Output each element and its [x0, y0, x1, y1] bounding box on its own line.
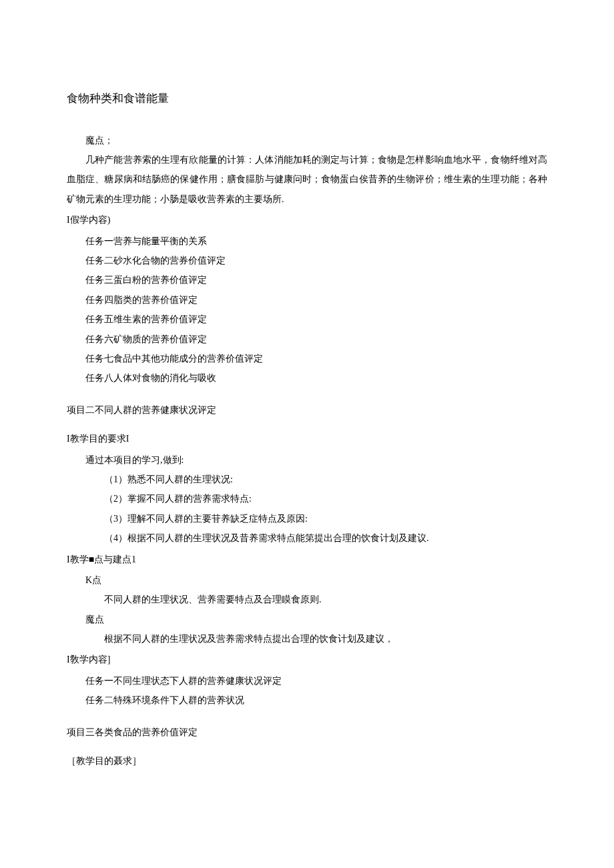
- project-2-title: 项目二不同人群的营养健康状况评定: [67, 400, 547, 420]
- task-item: 任务八人体对食物的消化与吸收: [67, 368, 547, 388]
- task-item: 任务二砂水化合物的营券价值评定: [67, 251, 547, 270]
- task-item: 任务七食品中其他功能成分的营养价值评定: [67, 349, 547, 368]
- d-point-body: 根据不同人群的生理状况及营养需求特点提出合理的饮食计划及建议，: [67, 629, 547, 648]
- k-point-body: 不同人群的生理状况、营养需要特点及合理瞙食原则.: [67, 590, 547, 609]
- goal-item: （2）掌握不同人群的营养需求特点:: [67, 489, 547, 508]
- goal-label-3: ［教学目的聂求］: [67, 751, 547, 771]
- task-item: 任务一营养与能量平衡的关系: [67, 232, 547, 251]
- d-point-label: 魔点: [67, 610, 547, 629]
- difficulty-paragraph: 几种产能营养索的生理有欣能量的计算：人体消能加耗的测定与计算；食物是怎样影响血地…: [67, 150, 547, 209]
- task-item: 任务六矿物质的营养价值评定: [67, 330, 547, 349]
- goal-item: （1）熟悉不同人群的生理状况:: [67, 470, 547, 489]
- k-point-label: K点: [67, 570, 547, 590]
- keypoint-label: I教学■点与建点1: [67, 550, 547, 569]
- document-title: 食物种类和食谱能量: [67, 87, 547, 111]
- goal-item: （3）理解不同人群的主要苷养缺乏症特点及原因:: [67, 509, 547, 528]
- document-page: 食物种类和食谱能量 魔点； 几种产能营养索的生理有欣能量的计算：人体消能加耗的测…: [0, 0, 614, 825]
- difficulty-label: 魔点；: [67, 131, 547, 150]
- goal-item: （4）根据不同人群的生理状况及昔养需求特点能第提出合理的饮食计划及建议.: [67, 528, 547, 548]
- goal-label-2: I教学目的要求I: [67, 429, 547, 448]
- task-item: 任务一不同生理状态下人群的营养健康状况评定: [67, 671, 547, 691]
- goal-lead: 通过本项目的学习,做到:: [67, 450, 547, 470]
- content-label-1: I假学内容): [67, 210, 547, 230]
- content-label-2: I敎学内容]: [67, 650, 547, 669]
- task-item: 任务四脂类的营养价值评定: [67, 290, 547, 310]
- task-item: 任务三蛋白粉的营养价值评定: [67, 270, 547, 290]
- task-item: 任务五维生素的营养价值评定: [67, 310, 547, 329]
- project-3-title: 项目三各类食品的营养价值评定: [67, 723, 547, 742]
- task-item: 任务二特殊环境条件下人群的营养状况: [67, 691, 547, 710]
